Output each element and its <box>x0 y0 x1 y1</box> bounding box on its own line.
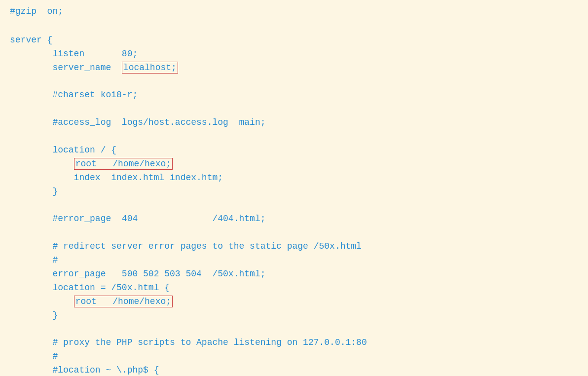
line-charset: #charset koi8-r; <box>10 88 578 102</box>
line-blank-6 <box>10 226 578 240</box>
line-location-close-1: } <box>10 185 578 199</box>
line-error-page: error_page 500 502 503 504 /50x.html; <box>10 267 578 281</box>
line-hash-2: # <box>10 350 578 364</box>
line-location-close-2: } <box>10 309 578 323</box>
root-1-highlight: root /home/hexo; <box>74 158 173 170</box>
line-root-2: root /home/hexo; <box>10 295 578 309</box>
line-error-page-commented: #error_page 404 /404.html; <box>10 212 578 226</box>
root-2-highlight: root /home/hexo; <box>74 296 173 307</box>
code-editor: #gzip on; server { listen 80; server_nam… <box>0 0 588 376</box>
server-name-highlight: localhost; <box>122 62 178 74</box>
line-blank-1 <box>10 20 578 34</box>
line-listen: listen 80; <box>10 47 578 61</box>
line-redirect-comment: # redirect server error pages to the sta… <box>10 240 578 254</box>
line-blank-7 <box>10 322 578 336</box>
line-index: index index.html index.htm; <box>10 171 578 185</box>
line-location-open: location / { <box>10 144 578 157</box>
line-access-log: #access_log logs/host.access.log main; <box>10 116 578 130</box>
line-server-name: server_name localhost; <box>10 61 578 75</box>
line-blank-3 <box>10 102 578 116</box>
line-blank-5 <box>10 198 578 212</box>
line-location-50x: location = /50x.html { <box>10 281 578 295</box>
line-blank-4 <box>10 130 578 144</box>
line-hash: # <box>10 254 578 267</box>
line-location-php: #location ~ \.php$ { <box>10 364 578 376</box>
line-proxy-comment: # proxy the PHP scripts to Apache listen… <box>10 336 578 350</box>
line-server-open: server { <box>10 34 578 47</box>
line-root-1: root /home/hexo; <box>10 157 578 171</box>
line-gzip: #gzip on; <box>10 5 578 19</box>
line-blank-2 <box>10 75 578 88</box>
